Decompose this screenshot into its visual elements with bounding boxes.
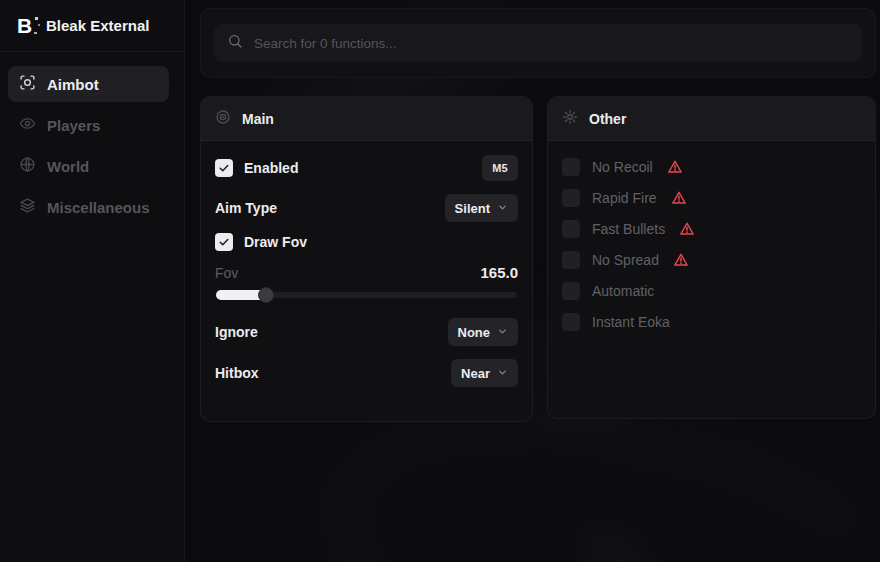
fov-slider[interactable]: [216, 287, 517, 303]
panel-title: Other: [589, 111, 626, 127]
search-bar-container: [200, 8, 876, 78]
draw-fov-row: Draw Fov: [215, 233, 518, 251]
hitbox-label: Hitbox: [215, 365, 259, 381]
rapid-fire-checkbox[interactable]: [562, 189, 580, 207]
no-recoil-checkbox[interactable]: [562, 158, 580, 176]
app-logo-icon: B: [12, 14, 36, 38]
warning-icon: [667, 159, 683, 175]
chevron-down-icon: [497, 364, 508, 382]
main-panel-header: Main: [201, 97, 532, 141]
enabled-label: Enabled: [244, 160, 298, 176]
sidebar-item-world[interactable]: World: [8, 148, 169, 184]
warning-icon: [679, 221, 695, 237]
toggle-row-no-recoil: No Recoil: [562, 155, 861, 179]
instant-eoka-checkbox[interactable]: [562, 313, 580, 331]
enabled-row: Enabled M5: [215, 155, 518, 181]
aim-type-row: Aim Type Silent: [215, 194, 518, 222]
sidebar-item-players[interactable]: Players: [8, 107, 169, 143]
automatic-label: Automatic: [592, 283, 654, 299]
sidebar-item-label: Miscellaneous: [47, 199, 150, 216]
gear-icon: [562, 109, 578, 129]
draw-fov-label: Draw Fov: [244, 234, 307, 250]
no-recoil-label: No Recoil: [592, 159, 653, 175]
sidebar-item-miscellaneous[interactable]: Miscellaneous: [8, 189, 169, 225]
ignore-dropdown[interactable]: None: [448, 318, 519, 346]
fov-label: Fov: [215, 265, 238, 281]
toggle-row-rapid-fire: Rapid Fire: [562, 186, 861, 210]
fov-slider-thumb[interactable]: [258, 287, 274, 303]
warning-icon: [671, 190, 687, 206]
keybind-badge[interactable]: M5: [482, 155, 518, 181]
sidebar-item-label: Players: [47, 117, 100, 134]
toggle-row-instant-eoka: Instant Eoka: [562, 310, 861, 334]
no-spread-checkbox[interactable]: [562, 251, 580, 269]
rapid-fire-label: Rapid Fire: [592, 190, 657, 206]
draw-fov-checkbox[interactable]: [215, 233, 233, 251]
crosshair-scan-icon: [19, 74, 36, 94]
sidebar: B Bleak External Aimbot Players World: [0, 0, 185, 562]
sidebar-item-label: World: [47, 158, 89, 175]
main-panel-body: Enabled M5 Aim Type Silent Draw Fov Fov …: [201, 141, 532, 401]
chevron-down-icon: [497, 323, 508, 341]
toggle-row-no-spread: No Spread: [562, 248, 861, 272]
toggle-row-fast-bullets: Fast Bullets: [562, 217, 861, 241]
layers-icon: [19, 197, 36, 217]
enabled-checkbox[interactable]: [215, 159, 233, 177]
search-input[interactable]: [254, 36, 849, 51]
main-panel: Main Enabled M5 Aim Type Silent: [200, 96, 533, 422]
instant-eoka-label: Instant Eoka: [592, 314, 670, 330]
sidebar-item-label: Aimbot: [47, 76, 99, 93]
other-panel-header: Other: [548, 97, 875, 141]
ignore-value: None: [458, 325, 491, 340]
aim-type-label: Aim Type: [215, 200, 277, 216]
aim-type-dropdown[interactable]: Silent: [445, 194, 518, 222]
aim-type-value: Silent: [455, 201, 490, 216]
fov-value: 165.0: [480, 264, 518, 281]
sidebar-item-aimbot[interactable]: Aimbot: [8, 66, 169, 102]
ignore-label: Ignore: [215, 324, 258, 340]
search-box[interactable]: [214, 24, 862, 62]
hitbox-row: Hitbox Near: [215, 359, 518, 387]
globe-icon: [19, 156, 36, 176]
toggle-row-automatic: Automatic: [562, 279, 861, 303]
search-icon: [227, 33, 243, 53]
chevron-down-icon: [497, 199, 508, 217]
other-panel: Other No Recoil Rapid Fire Fast Bullets: [547, 96, 876, 419]
ignore-row: Ignore None: [215, 318, 518, 346]
eye-icon: [19, 115, 36, 135]
other-panel-body: No Recoil Rapid Fire Fast Bullets No Spr…: [548, 141, 875, 355]
target-icon: [215, 109, 231, 129]
hitbox-value: Near: [461, 366, 490, 381]
fov-row: Fov 165.0: [215, 264, 518, 281]
warning-icon: [673, 252, 689, 268]
fast-bullets-checkbox[interactable]: [562, 220, 580, 238]
panel-title: Main: [242, 111, 274, 127]
app-title: Bleak External: [46, 17, 149, 34]
automatic-checkbox[interactable]: [562, 282, 580, 300]
sidebar-header: B Bleak External: [0, 0, 184, 52]
sidebar-nav: Aimbot Players World Miscellaneous: [0, 52, 184, 225]
no-spread-label: No Spread: [592, 252, 659, 268]
hitbox-dropdown[interactable]: Near: [451, 359, 518, 387]
fast-bullets-label: Fast Bullets: [592, 221, 665, 237]
